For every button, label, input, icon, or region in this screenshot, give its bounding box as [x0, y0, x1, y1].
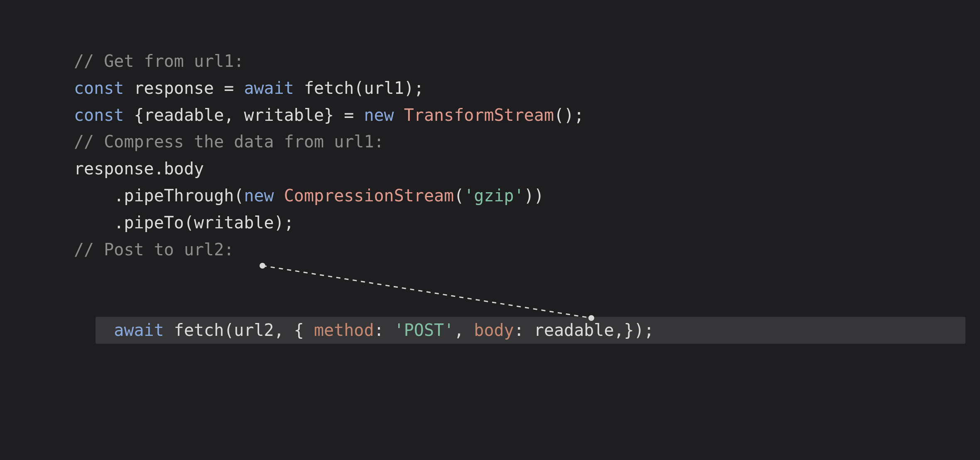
string-post: 'POST'	[394, 321, 454, 340]
class-transformstream: TransformStream	[404, 105, 554, 125]
code-text: {readable, writable} =	[124, 105, 364, 125]
code-text: fetch(url1);	[294, 78, 424, 98]
keyword-await: await	[244, 78, 294, 98]
indent	[74, 182, 114, 209]
code-line: // Get from url1:	[74, 48, 980, 75]
code-line: response.body	[74, 155, 980, 182]
indent	[74, 209, 114, 236]
prop-method: method	[314, 321, 374, 340]
code-text	[394, 105, 404, 125]
comment: // Compress the data from url1:	[74, 132, 384, 151]
string-gzip: 'gzip'	[464, 186, 524, 205]
comment: // Get from url1:	[74, 51, 244, 71]
keyword-new: new	[364, 105, 394, 125]
prop-body: body	[474, 321, 514, 340]
code-text: response =	[124, 78, 244, 98]
keyword-const: const	[74, 105, 124, 125]
keyword-const: const	[74, 78, 124, 98]
keyword-await: await	[114, 321, 164, 340]
code-block: // Get from url1: const response = await…	[0, 0, 980, 371]
class-compressionstream: CompressionStream	[284, 186, 454, 205]
code-line: const response = await fetch(url1);	[74, 75, 980, 102]
code-line-highlighted: await fetch(url2, { method: 'POST', body…	[74, 263, 980, 370]
code-line: .pipeTo(writable);	[74, 209, 980, 236]
code-text: response.body	[74, 159, 204, 178]
code-text: fetch(url2, {	[164, 321, 314, 340]
code-line: // Post to url2:	[74, 236, 980, 263]
code-line: // Compress the data from url1:	[74, 128, 980, 155]
code-text: ();	[554, 105, 584, 125]
code-text: .pipeThrough(	[114, 186, 244, 205]
code-line: const {readable, writable} = new Transfo…	[74, 102, 980, 129]
comment: // Post to url2:	[74, 240, 234, 259]
code-text: .pipeTo(writable);	[114, 213, 294, 232]
keyword-new: new	[244, 186, 274, 205]
value-readable: readable	[534, 321, 614, 340]
code-line: .pipeThrough(new CompressionStream('gzip…	[74, 182, 980, 209]
